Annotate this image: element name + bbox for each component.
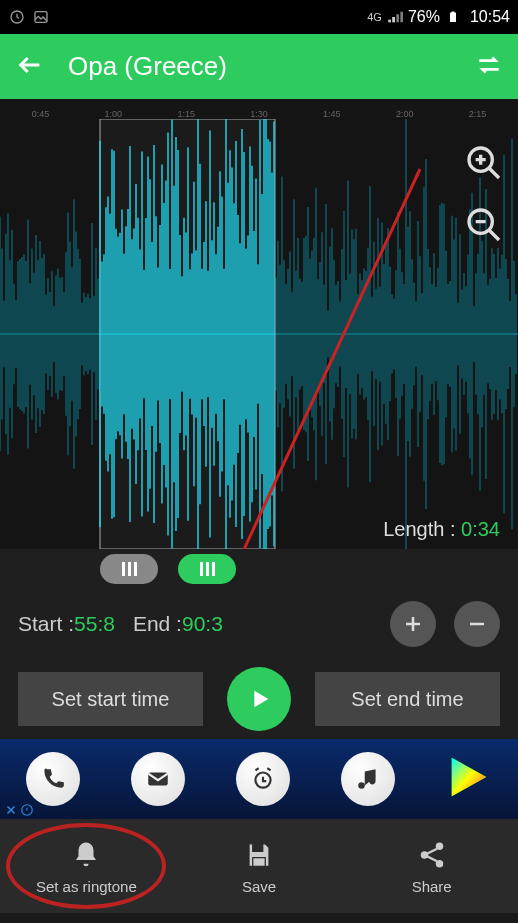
plus-button[interactable] [390,601,436,647]
ad-phone-icon [26,752,80,806]
set-end-button[interactable]: Set end time [315,672,500,726]
tick: 1:15 [150,109,223,119]
app-header: Opa (Greece) [0,34,518,99]
play-button[interactable] [227,667,291,731]
start-value: 55:8 [74,612,115,636]
signal-icon [386,8,404,26]
loop-icon[interactable] [476,52,502,82]
selection-handles [0,549,518,589]
tick: 2:15 [441,109,514,119]
svg-rect-3 [451,12,454,14]
tick: 1:45 [295,109,368,119]
waveform-editor[interactable]: Length : 0:34 [0,119,518,549]
page-title: Opa (Greece) [68,51,452,82]
network-label: 4G [367,11,382,23]
ad-music-icon [341,752,395,806]
ad-play-icon [446,754,492,804]
set-start-button[interactable]: Set start time [18,672,203,726]
length-label-text: Length : [383,518,461,540]
nav-label: Share [412,878,452,895]
minus-button[interactable] [454,601,500,647]
clock-label: 10:54 [470,8,510,26]
back-icon[interactable] [16,51,44,83]
svg-rect-4 [450,15,455,22]
ad-mail-icon [131,752,185,806]
time-readout-row: Start : 55:8 End : 90:3 [0,589,518,659]
tick: 1:30 [223,109,296,119]
ad-alarm-icon [236,752,290,806]
bell-icon [69,838,103,872]
clock-icon [8,8,26,26]
zoom-in-button[interactable] [462,141,506,185]
status-bar: 4G 76% 10:54 [0,0,518,34]
length-display: Length : 0:34 [383,518,500,541]
battery-icon [444,8,462,26]
tick: 1:00 [77,109,150,119]
set-ringtone-button[interactable]: Set as ringtone [0,838,173,895]
nav-label: Save [242,878,276,895]
share-button[interactable]: Share [345,838,518,895]
ad-indicator[interactable] [4,803,34,817]
ad-banner[interactable] [0,739,518,819]
end-label: End : [133,612,182,636]
timeline-ruler: 0:45 1:00 1:15 1:30 1:45 2:00 2:15 [0,99,518,119]
share-icon [415,838,449,872]
end-handle[interactable] [178,554,236,584]
end-value: 90:3 [182,612,223,636]
action-row: Set start time Set end time [0,659,518,739]
zoom-out-button[interactable] [462,203,506,247]
image-icon [32,8,50,26]
bottom-nav: Set as ringtone Save Share [0,819,518,913]
start-handle[interactable] [100,554,158,584]
tick: 0:45 [4,109,77,119]
battery-label: 76% [408,8,440,26]
save-button[interactable]: Save [173,838,346,895]
save-icon [242,838,276,872]
nav-label: Set as ringtone [36,878,137,895]
tick: 2:00 [368,109,441,119]
length-value: 0:34 [461,518,500,540]
start-label: Start : [18,612,74,636]
